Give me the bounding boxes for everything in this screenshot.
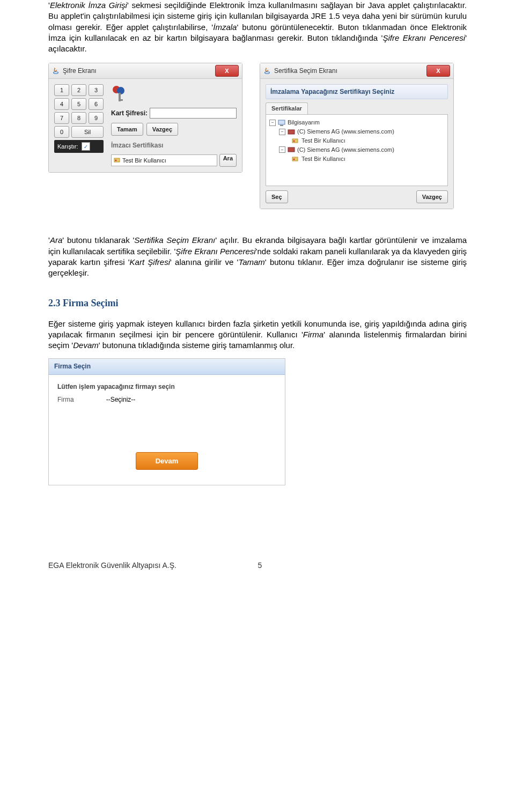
cert-tabs: Sertifikalar xyxy=(266,102,448,115)
keypad-1[interactable]: 1 xyxy=(54,84,69,96)
tree-toggle-icon[interactable]: − xyxy=(279,129,285,135)
firma-panel-title: Firma Seçin xyxy=(49,359,285,374)
keypad-7[interactable]: 7 xyxy=(54,112,69,124)
cert-banner: İmzalama Yapacağınız Sertifikayı Seçiniz xyxy=(266,84,448,99)
keypad-4[interactable]: 4 xyxy=(54,98,69,110)
password-dialog-titlebar: Şifre Ekranı X xyxy=(49,63,242,79)
keypad: 1 2 3 4 5 6 7 8 9 0 Sil xyxy=(54,84,104,138)
keypad-0[interactable]: 0 xyxy=(54,126,69,138)
card-password-label: Kart Şifresi: xyxy=(111,109,148,117)
keypad-8[interactable]: 8 xyxy=(71,112,86,124)
firma-label: Firma xyxy=(57,395,74,404)
page-number: 5 xyxy=(176,560,343,571)
key-icon xyxy=(111,84,126,104)
cert-select-dialog: Sertifika Seçim Ekranı X İmzalama Yapaca… xyxy=(260,63,454,209)
password-dialog-title: Şifre Ekranı xyxy=(63,67,215,75)
signer-cert-label: İmzacı Sertifikası xyxy=(111,141,237,150)
continue-button[interactable]: Devam xyxy=(136,452,198,470)
signer-cert-value: Test Bir Kullanıcı xyxy=(122,157,166,165)
card-password-input[interactable] xyxy=(150,108,237,119)
svg-rect-5 xyxy=(114,158,120,162)
close-icon[interactable]: X xyxy=(426,65,450,77)
java-icon xyxy=(263,67,271,75)
select-button[interactable]: Seç xyxy=(266,190,288,203)
tree-toggle-icon[interactable]: − xyxy=(269,120,276,126)
page-footer: EGA Elektronik Güvenlik Altyapısı A.Ş. 5 xyxy=(48,560,467,571)
cert-icon xyxy=(114,157,120,165)
dialog-row: Şifre Ekranı X 1 2 3 4 5 6 7 8 9 0 xyxy=(48,63,467,209)
password-dialog: Şifre Ekranı X 1 2 3 4 5 6 7 8 9 0 xyxy=(48,63,242,173)
firma-instruction: Lütfen işlem yapacağınız firmayı seçin xyxy=(57,382,276,391)
firma-paragraph: Eğer sisteme giriş yapmak isteyen kullan… xyxy=(48,319,467,351)
tree-cert-2[interactable]: − (C) Siemens AG (www.siemens.com) xyxy=(279,145,444,154)
svg-rect-13 xyxy=(288,147,295,152)
tree-toggle-icon[interactable]: − xyxy=(279,146,285,153)
firma-select[interactable]: --Seçiniz-- xyxy=(106,395,136,404)
keypad-5[interactable]: 5 xyxy=(71,98,86,110)
signer-cert-field: Test Bir Kullanıcı xyxy=(111,154,217,166)
svg-point-12 xyxy=(293,141,295,142)
intro-paragraph: 'Elektronik İmza Girişi' sekmesi seçildi… xyxy=(48,0,467,54)
cert-icon xyxy=(288,146,295,153)
tree-cert-1[interactable]: − (C) Siemens AG (www.siemens.com) xyxy=(279,127,444,136)
cancel-button[interactable]: Vazgeç xyxy=(146,123,178,136)
computer-icon xyxy=(278,120,285,126)
svg-rect-11 xyxy=(292,139,298,143)
cert-tree: − Bilgisayarım − (C) Siemens AG (www.sie… xyxy=(266,115,448,186)
shuffle-row: Karıştır: ✓ xyxy=(54,140,104,153)
tree-root[interactable]: − Bilgisayarım xyxy=(269,118,444,127)
keypad-3[interactable]: 3 xyxy=(89,84,104,96)
close-icon[interactable]: X xyxy=(215,65,239,77)
svg-point-0 xyxy=(54,72,58,74)
keypad-9[interactable]: 9 xyxy=(89,112,104,124)
svg-rect-14 xyxy=(292,157,298,161)
svg-rect-10 xyxy=(288,130,295,134)
user-cert-icon xyxy=(292,137,299,144)
svg-point-15 xyxy=(293,159,295,160)
ok-button[interactable]: Tamam xyxy=(111,123,143,136)
svg-rect-9 xyxy=(280,125,283,126)
shuffle-label: Karıştır: xyxy=(57,143,78,151)
user-cert-icon xyxy=(292,156,299,162)
svg-point-7 xyxy=(265,72,270,74)
footer-company: EGA Elektronik Güvenlik Altyapısı A.Ş. xyxy=(48,560,176,571)
tab-certificates[interactable]: Sertifikalar xyxy=(266,102,308,114)
svg-rect-8 xyxy=(278,120,285,124)
section-heading: 2.3 Firma Seçimi xyxy=(48,297,467,309)
firma-select-panel: Firma Seçin Lütfen işlem yapacağınız fir… xyxy=(48,358,285,485)
cert-dialog-title: Sertifika Seçim Ekranı xyxy=(274,67,426,75)
svg-rect-4 xyxy=(119,99,123,101)
cancel-button[interactable]: Vazgeç xyxy=(416,190,448,203)
java-icon xyxy=(52,67,60,75)
search-button[interactable]: Ara xyxy=(219,154,237,167)
tree-user-2[interactable]: Test Bir Kullanıcı xyxy=(292,154,444,164)
usage-paragraph: 'Ara' butonu tıklanarak 'Sertifika Seçim… xyxy=(48,235,467,278)
keypad-delete[interactable]: Sil xyxy=(71,126,104,138)
cert-icon xyxy=(288,129,295,135)
cert-dialog-titlebar: Sertifika Seçim Ekranı X xyxy=(260,63,453,79)
svg-point-6 xyxy=(115,159,117,161)
shuffle-checkbox[interactable]: ✓ xyxy=(82,142,90,151)
keypad-6[interactable]: 6 xyxy=(89,98,104,110)
tree-user-1[interactable]: Test Bir Kullanıcı xyxy=(292,136,444,145)
keypad-2[interactable]: 2 xyxy=(71,84,86,96)
